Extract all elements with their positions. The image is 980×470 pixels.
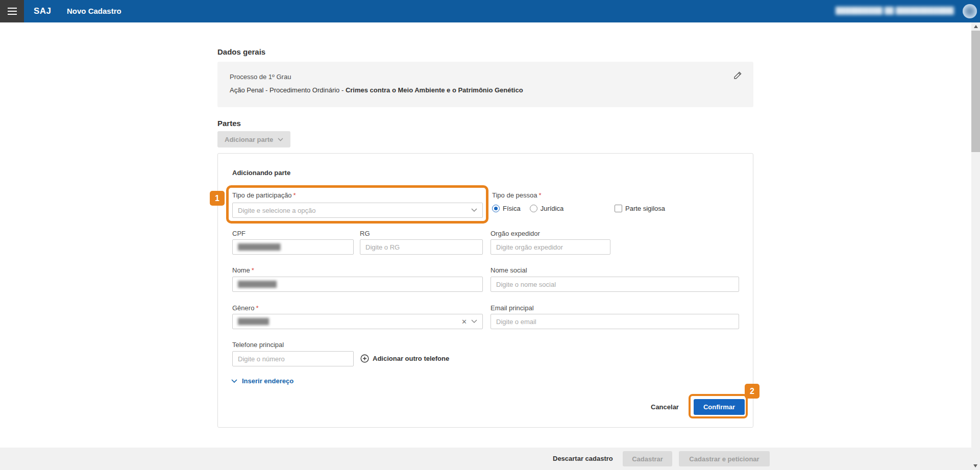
processo-grau: Processo de 1º Grau [230,73,291,81]
telefone-principal-label: Telefone principal [232,341,284,349]
nome-value-redacted: ██████████ [238,281,477,288]
annotation-badge-2: 2 [745,384,760,399]
processo-classe: Ação Penal - Procedimento Ordinário - Cr… [230,86,523,94]
parte-sigilosa-checkbox[interactable]: Parte sigilosa [615,205,665,212]
plus-circle-icon [360,354,369,363]
footer-bar: Descartar cadastro Cadastrar Cadastrar e… [0,448,971,470]
chevron-down-icon [231,379,237,383]
top-bar: SAJ Novo Cadastro ██████████ ██ ████████… [0,0,980,22]
avatar-image [965,6,975,16]
user-info-redacted: ██████████ ██ █████████████ [836,7,954,17]
page-title: Novo Cadastro [67,0,121,22]
confirmar-button[interactable]: Confirmar [694,399,745,415]
nome-social-label: Nome social [491,266,527,274]
required-asterisk: * [252,266,254,274]
telefone-principal-input[interactable] [232,351,354,366]
tipo-pessoa-label: Tipo de pessoa* [492,191,541,199]
dados-gerais-heading: Dados gerais [217,47,265,56]
cpf-label: CPF [232,230,246,237]
scroll-up-icon[interactable] [974,25,978,28]
processo-info-box: Processo de 1º Grau Ação Penal - Procedi… [217,62,753,107]
menu-button[interactable] [0,0,24,22]
rg-label: RG [360,230,370,237]
nome-input[interactable]: ██████████ [232,277,483,292]
orgao-expedidor-label: Orgão expedidor [491,230,540,237]
nome-label: Nome* [232,266,254,274]
chevron-down-icon [278,138,283,141]
genero-select[interactable]: ████████ ✕ [232,314,483,329]
nome-social-input[interactable] [491,277,739,292]
checkbox-icon [615,205,622,212]
clear-icon[interactable]: ✕ [461,318,467,325]
radio-icon [530,205,537,212]
card-title: Adicionando parte [232,169,290,177]
required-asterisk: * [538,191,541,199]
required-asterisk: * [293,191,296,199]
pencil-icon [733,71,742,80]
inserir-endereco-label: Inserir endereço [242,377,293,385]
adicionar-outro-telefone-link[interactable]: Adicionar outro telefone [360,354,449,363]
scrollbar-thumb[interactable] [971,31,980,152]
tipo-participacao-select[interactable]: Digite e selecione a opção [232,203,483,218]
email-principal-label: Email principal [491,304,534,312]
processo-assunto: Crimes contra o Meio Ambiente e o Patrim… [346,86,523,94]
cancelar-button[interactable]: Cancelar [651,403,679,411]
tipo-participacao-label: Tipo de participação* [232,191,296,199]
descartar-cadastro-button[interactable]: Descartar cadastro [553,448,613,470]
partes-heading: Partes [217,119,241,128]
orgao-expedidor-input[interactable] [491,239,610,255]
cpf-input[interactable]: ███████████ [232,239,354,255]
edit-button[interactable] [732,70,743,81]
chevron-down-icon [471,319,477,324]
scrollbar[interactable] [971,22,980,470]
required-asterisk: * [256,304,258,312]
genero-value-redacted: ████████ [238,318,457,325]
processo-classe-prefix: Ação Penal - Procedimento Ordinário - [230,86,346,94]
radio-fisica[interactable]: Física [492,205,521,212]
adicionar-parte-button[interactable]: Adicionar parte [217,131,290,147]
tipo-participacao-placeholder: Digite e selecione a opção [238,207,467,214]
adicionar-parte-label: Adicionar parte [225,136,273,143]
app-logo: SAJ [34,0,52,22]
parte-sigilosa-label: Parte sigilosa [625,205,665,212]
email-principal-input[interactable] [491,314,739,329]
chevron-down-icon [471,208,477,212]
adicionando-parte-card: Adicionando parte Tipo de participação* … [217,153,753,428]
radio-icon [492,205,500,212]
radio-fisica-label: Física [503,205,521,212]
scroll-down-icon[interactable] [973,464,977,467]
radio-juridica-label: Jurídica [541,205,564,212]
genero-label: Gênero* [232,304,258,312]
inserir-endereco-link[interactable]: Inserir endereço [231,377,293,385]
radio-juridica[interactable]: Jurídica [530,205,564,212]
cadastrar-e-peticionar-button[interactable]: Cadastrar e peticionar [679,451,770,466]
tipo-pessoa-radio-group: Física Jurídica [492,205,564,212]
adicionar-outro-telefone-label: Adicionar outro telefone [373,355,449,362]
page: SAJ Novo Cadastro ██████████ ██ ████████… [0,0,980,470]
cadastrar-button[interactable]: Cadastrar [623,451,672,466]
cpf-value-redacted: ███████████ [238,243,348,251]
annotation-badge-1: 1 [210,191,225,206]
rg-input[interactable] [360,239,483,255]
avatar[interactable] [963,4,977,18]
